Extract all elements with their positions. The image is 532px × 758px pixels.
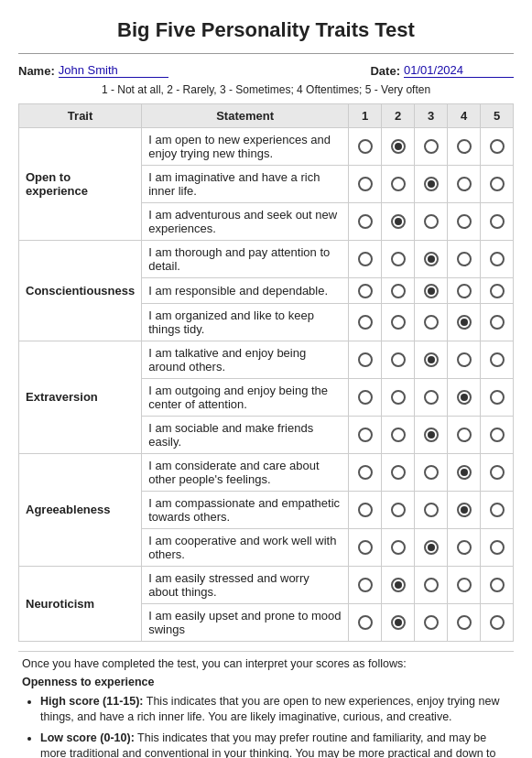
radio-cell[interactable]: [415, 566, 448, 603]
radio-cell[interactable]: [481, 241, 514, 278]
radio-button[interactable]: [391, 578, 406, 592]
radio-button[interactable]: [457, 284, 472, 298]
radio-button[interactable]: [424, 315, 439, 330]
radio-button[interactable]: [424, 214, 439, 229]
radio-button[interactable]: [424, 465, 439, 480]
radio-cell[interactable]: [349, 166, 382, 203]
radio-button[interactable]: [457, 503, 472, 517]
radio-cell[interactable]: [448, 278, 481, 304]
radio-cell[interactable]: [349, 453, 382, 491]
radio-button[interactable]: [358, 352, 373, 367]
radio-button[interactable]: [391, 503, 406, 517]
radio-button[interactable]: [358, 252, 373, 266]
radio-cell[interactable]: [382, 203, 415, 241]
radio-cell[interactable]: [481, 603, 514, 641]
radio-button[interactable]: [424, 177, 439, 191]
radio-button[interactable]: [424, 540, 439, 555]
radio-cell[interactable]: [415, 128, 448, 166]
radio-cell[interactable]: [481, 566, 514, 603]
radio-cell[interactable]: [382, 378, 415, 416]
radio-cell[interactable]: [481, 453, 514, 491]
radio-cell[interactable]: [448, 241, 481, 278]
radio-cell[interactable]: [448, 203, 481, 241]
radio-button[interactable]: [391, 315, 406, 330]
radio-button[interactable]: [457, 578, 472, 592]
radio-cell[interactable]: [349, 603, 382, 641]
radio-cell[interactable]: [481, 416, 514, 453]
radio-button[interactable]: [424, 139, 439, 154]
radio-button[interactable]: [391, 252, 406, 266]
radio-cell[interactable]: [382, 241, 415, 278]
radio-button[interactable]: [457, 352, 472, 367]
radio-button[interactable]: [490, 540, 505, 555]
radio-button[interactable]: [490, 139, 505, 154]
radio-cell[interactable]: [415, 278, 448, 304]
radio-cell[interactable]: [349, 278, 382, 304]
radio-button[interactable]: [490, 252, 505, 266]
radio-button[interactable]: [358, 390, 373, 405]
radio-cell[interactable]: [382, 603, 415, 641]
radio-cell[interactable]: [481, 203, 514, 241]
radio-cell[interactable]: [349, 528, 382, 566]
radio-button[interactable]: [424, 615, 439, 630]
radio-cell[interactable]: [481, 341, 514, 378]
radio-cell[interactable]: [481, 303, 514, 341]
radio-cell[interactable]: [382, 566, 415, 603]
radio-button[interactable]: [358, 503, 373, 517]
radio-cell[interactable]: [382, 528, 415, 566]
radio-cell[interactable]: [448, 603, 481, 641]
radio-button[interactable]: [457, 315, 472, 330]
radio-cell[interactable]: [481, 166, 514, 203]
radio-button[interactable]: [391, 428, 406, 442]
radio-button[interactable]: [358, 177, 373, 191]
radio-button[interactable]: [358, 139, 373, 154]
radio-button[interactable]: [358, 540, 373, 555]
radio-cell[interactable]: [481, 128, 514, 166]
radio-button[interactable]: [424, 390, 439, 405]
radio-button[interactable]: [490, 177, 505, 191]
radio-button[interactable]: [490, 503, 505, 517]
radio-button[interactable]: [457, 177, 472, 191]
radio-button[interactable]: [490, 578, 505, 592]
radio-cell[interactable]: [349, 241, 382, 278]
radio-cell[interactable]: [448, 378, 481, 416]
radio-button[interactable]: [457, 465, 472, 480]
radio-cell[interactable]: [382, 303, 415, 341]
radio-button[interactable]: [490, 615, 505, 630]
radio-button[interactable]: [490, 428, 505, 442]
radio-button[interactable]: [391, 615, 406, 630]
radio-cell[interactable]: [349, 128, 382, 166]
radio-cell[interactable]: [448, 341, 481, 378]
radio-cell[interactable]: [349, 203, 382, 241]
radio-cell[interactable]: [415, 341, 448, 378]
radio-cell[interactable]: [349, 303, 382, 341]
radio-cell[interactable]: [448, 566, 481, 603]
radio-cell[interactable]: [349, 341, 382, 378]
radio-button[interactable]: [457, 252, 472, 266]
radio-button[interactable]: [391, 177, 406, 191]
radio-cell[interactable]: [448, 128, 481, 166]
radio-button[interactable]: [358, 428, 373, 442]
radio-cell[interactable]: [415, 528, 448, 566]
radio-button[interactable]: [391, 352, 406, 367]
radio-button[interactable]: [424, 503, 439, 517]
radio-button[interactable]: [391, 465, 406, 480]
radio-button[interactable]: [490, 284, 505, 298]
radio-cell[interactable]: [448, 453, 481, 491]
radio-button[interactable]: [457, 615, 472, 630]
radio-button[interactable]: [391, 390, 406, 405]
radio-cell[interactable]: [382, 453, 415, 491]
radio-cell[interactable]: [481, 491, 514, 528]
radio-button[interactable]: [358, 465, 373, 480]
radio-cell[interactable]: [382, 128, 415, 166]
radio-cell[interactable]: [382, 166, 415, 203]
radio-cell[interactable]: [448, 491, 481, 528]
radio-button[interactable]: [358, 214, 373, 229]
radio-button[interactable]: [424, 252, 439, 266]
radio-button[interactable]: [358, 578, 373, 592]
radio-cell[interactable]: [349, 416, 382, 453]
radio-cell[interactable]: [415, 203, 448, 241]
radio-cell[interactable]: [349, 566, 382, 603]
radio-button[interactable]: [424, 578, 439, 592]
radio-cell[interactable]: [349, 378, 382, 416]
